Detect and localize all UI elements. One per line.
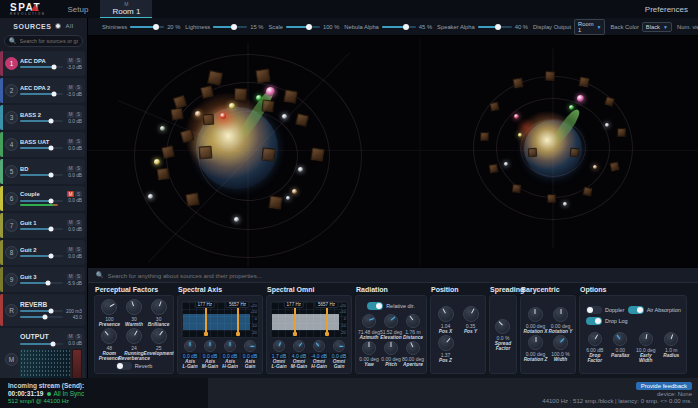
slider-thumb[interactable] (48, 146, 53, 151)
mute-button[interactable]: M (67, 274, 74, 280)
source-row-couple[interactable]: 6CoupleMS0.0 dB (0, 186, 85, 211)
knob-control[interactable] (553, 335, 568, 350)
slider-thumb[interactable] (403, 24, 409, 30)
speaker-box[interactable] (511, 183, 521, 193)
knob-control[interactable] (362, 341, 376, 355)
knob-control[interactable] (204, 340, 216, 352)
speaker-box[interactable] (546, 193, 555, 202)
speaker-box[interactable] (261, 147, 275, 161)
solo-button[interactable]: S (75, 58, 82, 64)
source-number[interactable]: R (5, 304, 18, 317)
solo-button[interactable]: S (75, 274, 82, 280)
speaker-box[interactable] (489, 101, 499, 111)
toggle-switch[interactable] (116, 362, 132, 370)
slider-thumb[interactable] (306, 24, 312, 30)
source-volume-slider[interactable] (20, 120, 63, 122)
relative-dir-toggle[interactable]: Relative dir. (358, 302, 424, 310)
speaker-box[interactable] (609, 161, 620, 172)
source-sphere[interactable] (148, 194, 153, 199)
properties-search[interactable]: 🔍 (88, 268, 698, 283)
reverb-param-slider[interactable] (20, 316, 63, 318)
source-sphere[interactable] (256, 95, 262, 101)
toggle-switch[interactable] (628, 306, 644, 314)
source-sphere[interactable] (298, 167, 303, 172)
source-sphere[interactable] (514, 114, 519, 119)
frequency-marker[interactable] (237, 306, 239, 334)
source-volume-slider[interactable] (20, 255, 63, 257)
knob-control[interactable] (244, 340, 256, 352)
speaker-box[interactable] (268, 195, 283, 210)
solo-button[interactable]: S (75, 112, 82, 118)
slider-lightness[interactable] (213, 26, 247, 28)
solo-button[interactable]: S (75, 191, 82, 197)
speaker-box[interactable] (603, 95, 614, 106)
knob-control[interactable] (438, 306, 454, 322)
source-row-aec-dpa-2[interactable]: 2AEC DPA 2MS-3.0 dB (0, 78, 85, 103)
spectrum-display[interactable]: 177 Hz5657 Hz+20+100-10-20 (181, 301, 259, 338)
knob-control[interactable] (126, 328, 142, 344)
speaker-box[interactable] (207, 70, 224, 87)
source-row-bd[interactable]: 5BDMS0.0 dB (0, 159, 85, 184)
source-sphere[interactable] (577, 95, 584, 102)
speaker-box[interactable] (282, 88, 297, 103)
source-volume-slider[interactable] (20, 174, 63, 176)
tab-setup[interactable]: Setup (56, 0, 101, 18)
speaker-box[interactable] (578, 76, 590, 88)
knob-control[interactable] (101, 299, 117, 315)
source-sphere[interactable] (286, 196, 290, 200)
source-row-guit-1[interactable]: 7Guit 1MS0.0 dB (0, 213, 85, 238)
speaker-box[interactable] (527, 147, 536, 156)
toggle-switch[interactable] (586, 306, 602, 314)
knob-control[interactable] (101, 328, 117, 344)
sources-search-input[interactable] (20, 38, 79, 44)
speaker-box[interactable] (545, 71, 555, 81)
solo-button[interactable]: S (75, 220, 82, 226)
preferences-button[interactable]: Preferences (635, 0, 698, 18)
speaker-box[interactable] (184, 191, 199, 206)
mute-button[interactable]: M (67, 139, 74, 145)
tab-room1[interactable]: M Room 1 (100, 0, 152, 18)
source-sphere[interactable] (569, 105, 574, 110)
source-row-output[interactable]: MOUTPUTMS0.0 dB (0, 328, 85, 378)
knob-control[interactable] (463, 306, 479, 322)
reverb-toggle[interactable]: Reverb (97, 362, 171, 370)
option-toggle-drop-log[interactable]: Drop Log (586, 317, 628, 325)
speaker-box[interactable] (569, 147, 579, 157)
slider-thumb[interactable] (495, 24, 501, 30)
knob-control[interactable] (613, 332, 627, 346)
knob-control[interactable] (553, 307, 568, 322)
provide-feedback-button[interactable]: Provide feedback (636, 382, 692, 390)
knob-control[interactable] (273, 340, 285, 352)
dropdown-display-output[interactable]: Room 1▼ (574, 19, 605, 35)
source-row-bass-2[interactable]: 3BASS 2MS0.0 dB (0, 105, 85, 130)
slider-thumb[interactable] (50, 341, 55, 346)
source-number[interactable]: 4 (5, 138, 18, 151)
dropdown-back-color[interactable]: Black▼ (642, 22, 672, 32)
slider-thumb[interactable] (42, 315, 47, 320)
source-row-aec-dpa[interactable]: 1AEC DPAMS-3.0 dB (0, 51, 85, 76)
knob-control[interactable] (495, 319, 510, 334)
output-master-badge[interactable]: M (5, 353, 18, 366)
source-sphere[interactable] (282, 114, 287, 119)
speaker-box[interactable] (488, 163, 498, 173)
speaker-box[interactable] (261, 99, 274, 112)
source-row-guit-3[interactable]: 9Guit 3MS-5.9 dB (0, 267, 85, 292)
knob-control[interactable] (151, 328, 167, 344)
source-sphere[interactable] (160, 126, 165, 131)
slider-thumb[interactable] (48, 254, 53, 259)
speaker-box[interactable] (255, 68, 271, 84)
properties-search-input[interactable] (108, 272, 691, 279)
slider-thumb[interactable] (48, 198, 53, 203)
knob-control[interactable] (639, 332, 653, 346)
sources-search[interactable]: 🔍 (4, 35, 83, 47)
source-volume-slider[interactable] (20, 228, 63, 230)
source-number[interactable]: 2 (5, 84, 18, 97)
source-sphere[interactable] (292, 189, 297, 194)
speaker-box[interactable] (198, 145, 212, 159)
source-sphere[interactable] (563, 202, 567, 206)
knob-control[interactable] (406, 314, 420, 328)
knob-control[interactable] (406, 341, 420, 355)
knob-control[interactable] (528, 335, 543, 350)
source-sphere[interactable] (154, 159, 160, 165)
frequency-marker[interactable] (205, 306, 207, 334)
